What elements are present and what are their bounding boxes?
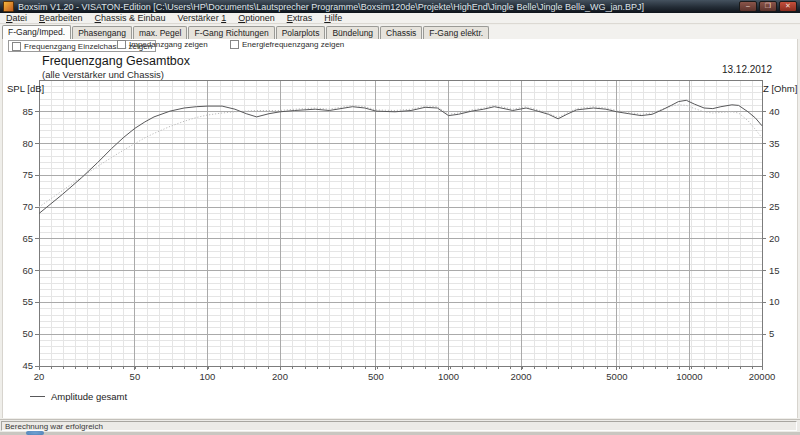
tab-f-gang-imped-[interactable]: F-Gang/Imped. — [2, 25, 71, 39]
y-left-tick-label: 75 — [22, 169, 33, 180]
y-left-tick-label: 50 — [22, 328, 33, 339]
status-message: Berechnung war erfolgreich — [1, 421, 797, 431]
x-tick-label: 5000 — [606, 371, 627, 382]
x-tick-label: 10000 — [676, 371, 702, 382]
y-axis-label-impedance: Z [Ohm] — [763, 83, 797, 94]
y-right-tick-label: 20 — [769, 233, 780, 244]
y-left-tick-label: 80 — [22, 138, 33, 149]
x-tick-label: 50 — [130, 371, 141, 382]
y-left-tick-label: 70 — [22, 201, 33, 212]
boxsim-window: Boxsim V1.20 - VISATON-Edition [C:\Users… — [0, 0, 800, 435]
x-tick-label: 200 — [272, 371, 288, 382]
legend-line-sample — [30, 396, 45, 397]
y-left-tick-label: 65 — [22, 233, 33, 244]
legend-label: Amplitude gesamt — [51, 391, 127, 402]
y-left-tick-label: 55 — [22, 296, 33, 307]
x-tick-label: 500 — [368, 371, 384, 382]
status-bar: Berechnung war erfolgreich — [0, 419, 800, 432]
y-axis-label-spl: SPL [dB] — [7, 83, 44, 94]
y-right-tick-label: 30 — [769, 169, 780, 180]
y-left-tick-label: 45 — [22, 360, 33, 371]
y-right-tick-label: 25 — [769, 201, 780, 212]
x-tick-label: 20 — [34, 371, 45, 382]
chart-legend: Amplitude gesamt — [30, 391, 127, 402]
x-tick-label: 20000 — [749, 371, 775, 382]
y-right-tick-label: 15 — [769, 265, 780, 276]
x-tick-label: 1000 — [438, 371, 459, 382]
y-right-tick-label: 5 — [769, 328, 774, 339]
y-left-tick-label: 85 — [22, 106, 33, 117]
y-right-tick-label: 10 — [769, 296, 780, 307]
y-right-tick-label: 40 — [769, 106, 780, 117]
taskbar-peek-icon — [26, 431, 44, 435]
x-tick-label: 100 — [200, 371, 216, 382]
chart-subtitle: (alle Verstärker und Chassis) — [42, 69, 164, 80]
y-left-tick-label: 60 — [22, 265, 33, 276]
x-tick-label: 2000 — [510, 371, 531, 382]
chart-title: Frequenzgang Gesamtbox — [42, 54, 190, 68]
chart-date: 13.12.2012 — [722, 64, 772, 75]
y-right-tick-label: 35 — [769, 138, 780, 149]
